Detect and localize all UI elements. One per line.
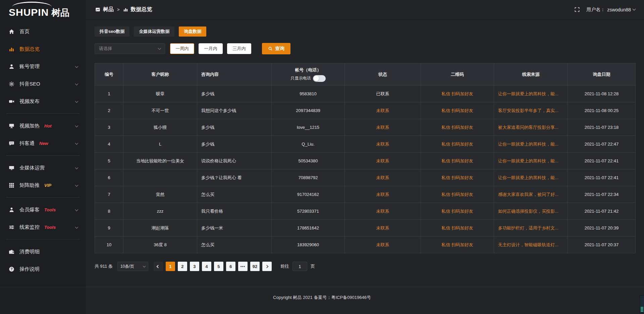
qrcode-links-cell[interactable]: 私信 扫码加好友 [421,86,494,102]
filter-select[interactable]: 请选择 [95,43,165,54]
table-row: 5 当地比较能吃的一位美女 说说价格让我死心 50534380 未联系 私信 扫… [95,153,636,169]
username: zswodun88 [607,7,631,12]
query-button[interactable]: 查询 [262,43,290,54]
arrow-right-icon [265,265,269,268]
chevron-down-icon [75,184,78,187]
source-link-cell[interactable]: 被大家追着问的客厅投影分享... [494,119,568,136]
sidebar-item-video-publish[interactable]: 视频发布 [0,93,86,110]
sidebar-divider [6,113,80,114]
sidebar-item-matrix-boost[interactable]: 矩阵助推 VIP [0,176,86,194]
breadcrumb-current: 数据总览 [131,6,152,13]
table-row: 2 不可一世 我想问这个多少钱 2097344839 未联系 私信 扫码加好友 … [95,102,636,119]
qrcode-links-cell[interactable]: 私信 扫码加好友 [421,220,494,237]
qrcode-links-cell[interactable]: 私信 扫码加好友 [421,203,494,220]
tools-badge: Tools [44,207,56,212]
status-cell: 未联系 [345,203,421,220]
sidebar-item-label: 视频加热 [19,123,40,129]
page-size-select[interactable]: 10条/页 [117,262,148,271]
sidebar-item-omnimedia[interactable]: 全媒体运营 [0,159,86,176]
page-button-6[interactable]: 6 [226,262,235,271]
chevron-down-icon [75,208,78,211]
hot-badge: Hot [44,123,52,128]
tab-omnimedia-data[interactable]: 全媒体运营数据 [134,27,174,37]
content-cell: 我想问这个多少钱 [197,102,272,119]
source-link-cell[interactable]: 让你一眼就爱上的黑科技，能... [494,86,568,102]
content-cell: 怎么买 [197,186,272,203]
col-account: 帐号（电话） 只显示电话 [272,63,345,86]
period-quarter-button[interactable]: 三月内 [227,43,251,54]
sidebar-item-home[interactable]: 首页 [0,23,86,40]
source-link-cell[interactable]: 让你一眼就爱上的黑科技，能... [494,169,568,186]
qrcode-links-cell[interactable]: 私信 扫码加好友 [421,102,494,119]
search-icon [268,46,273,51]
prev-page-button[interactable] [154,262,163,271]
source-link-cell[interactable]: 让你一眼就爱上的黑科技，能... [494,153,568,169]
date-cell: 2021-11-07 22:47 [568,136,636,153]
period-week-button[interactable]: 一周内 [170,43,194,54]
source-link-cell[interactable]: 客厅安装投影半年多了，真实... [494,102,568,119]
page-button-92[interactable]: 92 [250,262,260,271]
page-button-5[interactable]: 5 [214,262,223,271]
date-cell: 2021-11-07 22:41 [568,153,636,169]
page-button-4[interactable]: 4 [202,262,211,271]
phone-only-toggle[interactable] [313,75,326,82]
sidebar-item-douyin-seo[interactable]: 抖音SEO [0,75,86,93]
id-cell: 2 [95,102,123,119]
page-button-2[interactable]: 2 [178,262,187,271]
page-button-1[interactable]: 1 [166,262,175,271]
account-cell: 2097344839 [272,102,345,119]
corner-widget-icon[interactable] [640,295,644,313]
qrcode-links-cell[interactable]: 私信 扫码加好友 [421,119,494,136]
sidebar-item-instructions[interactable]: ? 操作说明 [0,260,86,278]
qrcode-links-cell[interactable]: 私信 扫码加好友 [421,153,494,169]
logo-text-en: SHUPIN [9,7,49,17]
table-row: 3 狐小狸 多少钱 love__1215 未联系 私信 扫码加好友 被大家追着问… [95,119,636,136]
qrcode-links-cell[interactable]: 私信 扫码加好友 [421,169,494,186]
sidebar-item-label: 视频发布 [19,98,40,105]
wallet-icon [9,249,14,255]
content-cell: 多少钱 [197,136,272,153]
table-row: 9 潮起潮落 多少钱一米 178651642 未联系 私信 扫码加好友 多功能护… [95,220,636,237]
sidebar-item-data-overview[interactable]: 数据总览 [0,40,86,58]
app-logo[interactable]: SHUPIN 树品 [0,0,86,19]
col-account-label: 帐号（电话） [272,67,344,73]
sidebar-item-douketong[interactable]: 抖客通 New [0,135,86,152]
sidebar-divider [6,155,80,156]
status-cell: 未联系 [345,186,421,203]
qrcode-links-cell[interactable]: 私信 扫码加好友 [421,136,494,153]
goto-page-input[interactable] [292,262,307,271]
tab-inquiry-data[interactable]: 询盘数据 [179,27,206,37]
nickname-cell: zzz [123,203,197,220]
sidebar-item-lead-monitor[interactable]: 线索监控 Tools [0,218,86,236]
qrcode-links-cell[interactable]: 私信 扫码加好友 [421,237,494,253]
sidebar-item-account-management[interactable]: 账号管理 [0,58,86,75]
sidebar-item-member-burst[interactable]: 会员爆客 Tools [0,201,86,218]
breadcrumb-home[interactable]: 树品 [103,6,114,13]
chevron-down-icon [75,100,78,103]
source-link-cell[interactable]: 让你一眼就爱上的黑科技，能... [494,136,568,153]
chevron-down-icon [75,142,78,145]
home-icon [9,29,14,35]
qrcode-links-cell[interactable]: 私信 扫码加好友 [421,186,494,203]
chevron-down-icon [75,82,78,86]
page-button-3[interactable]: 3 [190,262,199,271]
source-link-cell[interactable]: 感谢大家喜欢我家，被问了好... [494,186,568,203]
more-pages-button[interactable]: ••• [238,262,248,271]
next-page-button[interactable] [262,262,272,271]
user-menu[interactable]: 用户名：zswodun88 [586,7,635,13]
chevron-down-icon [633,7,636,11]
source-link-cell[interactable]: 如何正确选择投影仪，买投影... [494,203,568,220]
account-cell: 70898792 [272,169,345,186]
account-cell: love__1215 [272,119,345,136]
content-cell: 多少钱一米 [197,220,272,237]
sidebar-item-consumption-detail[interactable]: 消费明细 [0,243,86,260]
tab-douyin-seo-data[interactable]: 抖音seo数据 [95,27,129,37]
username-label: 用户名： [586,7,605,13]
source-link-cell[interactable]: 多功能护栏灯，适用于乡村文... [494,220,568,237]
sidebar-item-video-heating[interactable]: 视频加热 Hot [0,117,86,135]
source-link-cell[interactable]: 无主灯设计，智能磁吸轨道灯... [494,237,568,253]
status-cell: 未联系 [345,136,421,153]
goto-label: 前往 [280,263,289,269]
period-month-button[interactable]: 一月内 [199,43,223,54]
fullscreen-icon[interactable] [575,7,580,12]
